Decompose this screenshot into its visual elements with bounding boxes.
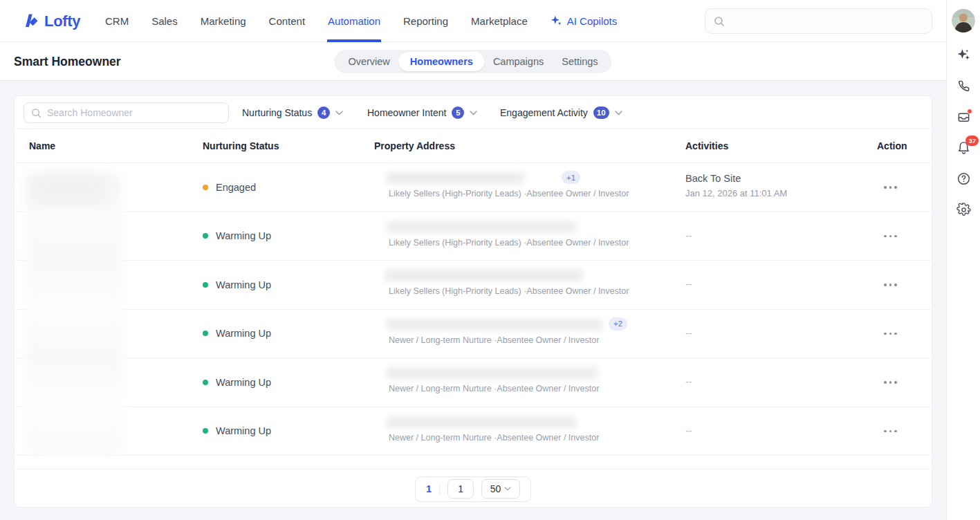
status-label: Warming Up — [216, 328, 271, 339]
page-size-value: 50 — [490, 483, 501, 494]
status-dot — [203, 282, 208, 288]
chevron-down-icon — [615, 111, 622, 115]
nav-item-automation[interactable]: Automation — [328, 0, 380, 42]
search-icon — [31, 108, 41, 118]
row-actions-button[interactable] — [884, 358, 897, 407]
redacted-address — [387, 172, 524, 184]
nurturing-status-cell: Warming Up — [203, 358, 271, 407]
user-avatar[interactable] — [952, 9, 975, 32]
col-header-name: Name — [29, 129, 55, 163]
segment-label: Likely Sellers (High-Priority Leads) ·Ab… — [389, 189, 629, 198]
nurturing-status-cell: Warming Up — [203, 407, 271, 456]
tab-campaigns[interactable]: Campaigns — [484, 51, 553, 72]
property-address-cell: +2 Newer / Long-term Nurture ·Absentee O… — [374, 310, 692, 358]
filter-toolbar: Nurturing Status 4 Homeowner Intent 5 En… — [15, 96, 932, 129]
nav-item-ai-copilots[interactable]: AI Copilots — [551, 0, 618, 42]
filter-count-badge: 5 — [452, 106, 464, 119]
main-nav: CRM Sales Marketing Content Automation R… — [105, 0, 617, 42]
chevron-down-icon — [470, 111, 477, 115]
pagination-row: 1 50 — [15, 470, 932, 508]
segment-label: Likely Sellers (High-Priority Leads) ·Ab… — [389, 286, 629, 296]
status-label: Engaged — [216, 182, 256, 193]
notification-count-badge: 37 — [965, 136, 979, 146]
table-row: Warming Up +2 Newer / Long-term Nurture … — [15, 310, 932, 359]
status-dot — [203, 331, 208, 336]
row-actions-button[interactable] — [884, 310, 897, 358]
search-homeowner-box[interactable] — [24, 102, 229, 123]
activities-cell: -- — [685, 407, 865, 456]
col-header-nurturing-status: Nurturing Status — [203, 129, 279, 163]
filter-count-badge: 4 — [317, 106, 330, 119]
tab-homeowners[interactable]: Homeowners — [399, 52, 484, 71]
redacted-address — [387, 416, 576, 428]
activities-cell: Back To Site Jan 12, 2026 at 11:01 AM — [685, 163, 865, 212]
table-row: Warming Up Likely Sellers (High-Priority… — [15, 212, 932, 261]
status-label: Warming Up — [216, 377, 271, 388]
nurturing-status-cell: Engaged — [203, 163, 256, 212]
settings-gear-icon[interactable] — [956, 203, 971, 217]
nav-item-marketplace[interactable]: Marketplace — [471, 0, 528, 42]
activity-label: -- — [685, 230, 692, 241]
tab-bar: Overview Homeowners Campaigns Settings — [334, 50, 611, 73]
redacted-address — [387, 221, 576, 233]
filter-homeowner-intent[interactable]: Homeowner Intent 5 — [367, 96, 477, 129]
filter-engagement-activity[interactable]: Engagement Activity 10 — [500, 96, 622, 129]
tab-overview[interactable]: Overview — [339, 51, 398, 72]
status-dot — [203, 428, 208, 434]
global-search[interactable] — [705, 8, 932, 34]
col-header-property-address: Property Address — [374, 129, 455, 163]
notifications-bell-icon[interactable]: 37 — [956, 140, 971, 155]
col-header-activities: Activities — [685, 129, 728, 163]
filter-count-badge: 10 — [593, 106, 609, 119]
global-search-input[interactable] — [730, 16, 923, 27]
status-dot — [203, 233, 208, 239]
nav-item-content[interactable]: Content — [269, 0, 306, 42]
homeowners-table-card: Nurturing Status 4 Homeowner Intent 5 En… — [14, 95, 932, 508]
status-dot — [203, 185, 208, 190]
inbox-unread-dot — [967, 109, 972, 114]
filter-label: Homeowner Intent — [367, 107, 446, 118]
page-header: Smart Homeowner Overview Homeowners Camp… — [0, 42, 946, 81]
nav-item-marketing[interactable]: Marketing — [201, 0, 246, 42]
row-actions-button[interactable] — [884, 163, 897, 212]
row-actions-button[interactable] — [884, 407, 897, 456]
property-address-cell: Newer / Long-term Nurture ·Absentee Owne… — [374, 407, 692, 456]
more-addresses-badge: +1 — [562, 171, 580, 184]
top-navigation-bar: Lofty CRM Sales Marketing Content Automa… — [0, 0, 946, 42]
redacted-address — [387, 319, 602, 331]
nav-item-reporting[interactable]: Reporting — [403, 0, 448, 42]
redacted-name-blob — [30, 175, 109, 205]
status-dot — [203, 380, 208, 385]
table-row: Warming Up Newer / Long-term Nurture ·Ab… — [15, 358, 932, 407]
activities-cell: -- — [685, 358, 865, 407]
right-utility-sidebar: 37 — [946, 0, 980, 520]
segment-label: Newer / Long-term Nurture ·Absentee Owne… — [389, 384, 599, 393]
nurturing-status-cell: Warming Up — [203, 212, 271, 261]
filter-nurturing-status[interactable]: Nurturing Status 4 — [242, 96, 343, 129]
activity-label: Back To Site — [685, 173, 741, 184]
row-actions-button[interactable] — [884, 261, 897, 309]
lofty-logo-text: Lofty — [44, 12, 80, 30]
page-title: Smart Homeowner — [14, 42, 121, 81]
activities-cell: -- — [685, 212, 865, 261]
nurturing-status-cell: Warming Up — [203, 261, 271, 309]
search-homeowner-input[interactable] — [47, 107, 221, 118]
ai-assistant-icon[interactable] — [956, 48, 971, 62]
help-icon[interactable] — [956, 171, 971, 186]
current-page[interactable]: 1 — [426, 483, 432, 494]
nav-item-crm[interactable]: CRM — [105, 0, 129, 42]
row-actions-button[interactable] — [884, 212, 897, 261]
table-row: Warming Up Newer / Long-term Nurture ·Ab… — [15, 407, 932, 456]
phone-icon[interactable] — [956, 79, 971, 93]
page-input[interactable] — [447, 479, 474, 499]
redacted-address — [385, 270, 583, 281]
page-size-select[interactable]: 50 — [481, 479, 520, 499]
table-row: Engaged +1 Likely Sellers (High-Priority… — [15, 163, 932, 212]
lofty-logo[interactable]: Lofty — [21, 0, 80, 42]
tab-settings[interactable]: Settings — [553, 51, 607, 72]
inbox-icon[interactable] — [956, 110, 971, 124]
filter-label: Nurturing Status — [242, 107, 312, 118]
activity-label: -- — [685, 279, 692, 290]
nav-item-sales[interactable]: Sales — [151, 0, 178, 42]
ai-sparkle-icon — [551, 15, 562, 27]
